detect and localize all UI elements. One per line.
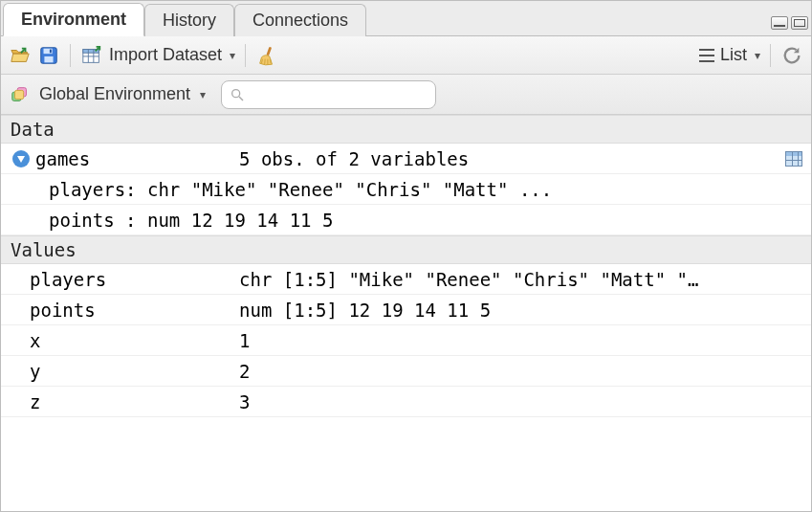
value-row[interactable]: z 3 — [1, 387, 811, 417]
object-child-row: players: chr "Mike" "Renee" "Chris" "Mat… — [1, 174, 811, 205]
view-mode-button[interactable]: List — [720, 45, 747, 65]
import-dataset-caret-icon[interactable]: ▾ — [230, 49, 235, 62]
environment-scope-icon — [9, 83, 32, 106]
scope-caret-icon[interactable]: ▾ — [200, 88, 206, 101]
section-header-data: Data — [1, 115, 811, 144]
environment-content: Data games 5 obs. of 2 variables players… — [1, 115, 811, 511]
open-folder-icon[interactable] — [9, 44, 32, 67]
environment-pane: Environment History Connections Import D… — [0, 0, 812, 512]
svg-rect-2 — [44, 56, 53, 61]
value-row[interactable]: points num [1:5] 12 19 14 11 5 — [1, 295, 811, 325]
view-data-grid-icon[interactable] — [785, 151, 802, 167]
value-value: chr [1:5] "Mike" "Renee" "Chris" "Matt" … — [235, 269, 811, 290]
toolbar-scope: Global Environment ▾ — [1, 75, 811, 115]
toolbar-main: Import Dataset ▾ List ▾ — [1, 36, 811, 75]
object-child-label: players: chr "Mike" "Renee" "Chris" "Mat… — [49, 179, 552, 200]
value-name: points — [30, 300, 96, 321]
expand-toggle-icon[interactable] — [12, 150, 30, 167]
value-row[interactable]: players chr [1:5] "Mike" "Renee" "Chris"… — [1, 264, 811, 295]
search-input[interactable] — [251, 85, 446, 104]
clear-broom-icon[interactable] — [255, 44, 278, 67]
value-row[interactable]: x 1 — [1, 325, 811, 356]
minimize-pane-button[interactable] — [771, 16, 788, 30]
svg-rect-9 — [266, 46, 272, 56]
search-icon — [230, 87, 245, 102]
import-grid-icon[interactable] — [80, 44, 103, 67]
object-child-row: points : num 12 19 14 11 5 — [1, 205, 811, 235]
import-dataset-button[interactable]: Import Dataset — [109, 45, 222, 65]
svg-rect-12 — [15, 90, 24, 99]
section-header-values: Values — [1, 235, 811, 264]
value-value: num [1:5] 12 19 14 11 5 — [235, 300, 811, 321]
svg-point-13 — [232, 89, 240, 97]
value-value: 2 — [235, 361, 811, 382]
tab-history[interactable]: History — [144, 4, 234, 36]
value-name: y — [30, 361, 40, 382]
value-value: 1 — [235, 330, 811, 351]
svg-rect-3 — [50, 49, 52, 53]
search-box[interactable] — [221, 80, 436, 109]
save-icon[interactable] — [37, 44, 60, 67]
value-row[interactable]: y 2 — [1, 356, 811, 387]
object-row-games[interactable]: games 5 obs. of 2 variables — [1, 144, 811, 174]
scope-selector[interactable]: Global Environment — [39, 84, 190, 104]
list-lines-icon — [699, 49, 714, 62]
value-name: z — [30, 391, 40, 412]
maximize-pane-button[interactable] — [791, 16, 808, 30]
object-name: games — [35, 148, 90, 169]
tab-connections[interactable]: Connections — [234, 4, 366, 36]
svg-line-14 — [239, 97, 243, 100]
tab-environment[interactable]: Environment — [3, 3, 144, 36]
value-name: players — [30, 269, 106, 290]
view-mode-caret-icon[interactable]: ▾ — [755, 49, 760, 62]
value-name: x — [30, 330, 40, 351]
object-summary: 5 obs. of 2 variables — [235, 148, 777, 169]
object-child-label: points : num 12 19 14 11 5 — [49, 210, 333, 231]
tab-strip: Environment History Connections — [1, 1, 811, 36]
value-value: 3 — [235, 391, 811, 412]
refresh-icon[interactable] — [780, 44, 803, 67]
